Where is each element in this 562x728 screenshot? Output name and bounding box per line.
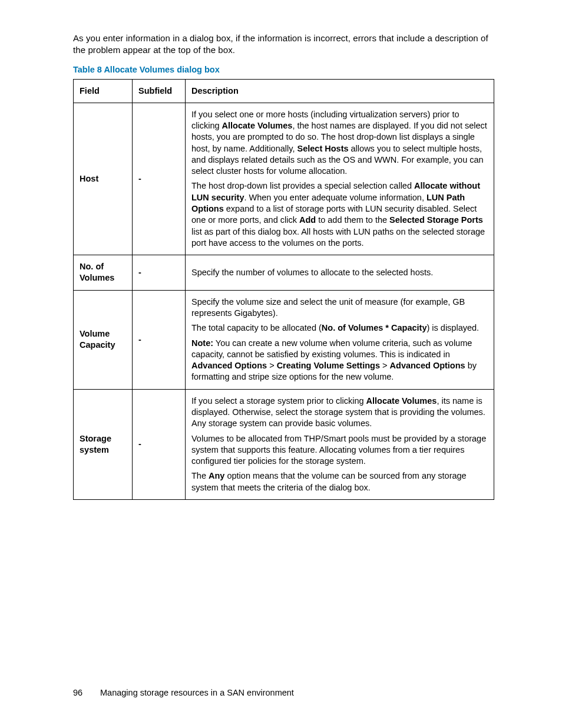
text: Volumes to be allocated from THP/Smart p… <box>191 433 488 467</box>
cell-subfield: - <box>133 389 186 499</box>
text: If you select a storage system prior to … <box>191 396 366 406</box>
table-caption: Table 8 Allocate Volumes dialog box <box>73 65 494 74</box>
text: list as part of this dialog box. All hos… <box>191 227 485 248</box>
text: You can create a new volume when volume … <box>191 338 472 359</box>
cell-subfield: - <box>133 103 186 255</box>
page-footer: 96 Managing storage resources in a SAN e… <box>73 688 294 697</box>
cell-field: Storage sys­tem <box>74 389 133 499</box>
text-bold: Select Hosts <box>297 144 348 153</box>
text: The <box>191 471 209 480</box>
text: The total capacity to be allocated ( <box>191 323 322 332</box>
text: to add them to the <box>316 215 389 225</box>
table-row: Storage sys­tem - If you select a storag… <box>74 389 494 499</box>
cell-field: Volume Capa­city <box>74 290 133 389</box>
text-bold: Any <box>209 471 224 480</box>
cell-description: If you select one or more hosts (includi… <box>186 103 494 255</box>
text: > <box>380 361 390 370</box>
header-subfield: Subfield <box>133 79 186 103</box>
cell-subfield: - <box>133 255 186 291</box>
cell-description: Specify the volume size and select the u… <box>186 290 494 389</box>
page-number: 96 <box>73 688 98 697</box>
text: . When you enter adequate volume informa… <box>244 193 427 202</box>
text-bold: Advanced Options <box>390 361 465 370</box>
text-bold: No. of Volumes * Capacity <box>322 323 427 332</box>
intro-paragraph: As you enter information in a dialog box… <box>73 32 494 57</box>
cell-description: If you select a storage system prior to … <box>186 389 494 499</box>
allocate-volumes-table: Field Subfield Description Host - If you… <box>73 79 494 500</box>
table-row: Volume Capa­city - Specify the volume si… <box>74 290 494 389</box>
text-bold: Selected Storage Ports <box>389 215 483 225</box>
text: The host drop-down list provides a speci… <box>191 181 414 190</box>
text-bold: Allocate Volumes <box>366 396 437 406</box>
text-bold: Note: <box>191 338 213 348</box>
text: > <box>267 361 277 370</box>
cell-field: Host <box>74 103 133 255</box>
text-bold: Add <box>299 215 316 225</box>
table-row: Host - If you select one or more hosts (… <box>74 103 494 255</box>
text: Specify the volume size and select the u… <box>191 297 488 319</box>
cell-field: No. of Volumes <box>74 255 133 291</box>
table-row: No. of Volumes - Specify the number of v… <box>74 255 494 291</box>
text-bold: Allocate Volumes <box>222 121 293 130</box>
text-bold: Creating Volume Settings <box>277 361 380 370</box>
page: As you enter information in a dialog box… <box>0 0 562 728</box>
cell-description: Specify the number of volumes to allocat… <box>186 255 494 291</box>
header-description: Description <box>186 79 494 103</box>
table-header-row: Field Subfield Description <box>74 79 494 103</box>
text: ) is displayed. <box>427 323 479 332</box>
cell-subfield: - <box>133 290 186 389</box>
footer-title: Managing storage resources in a SAN envi… <box>100 688 294 697</box>
text-bold: Advanced Options <box>191 361 267 370</box>
header-field: Field <box>74 79 133 103</box>
text: option means that the volume can be sour… <box>191 471 467 492</box>
